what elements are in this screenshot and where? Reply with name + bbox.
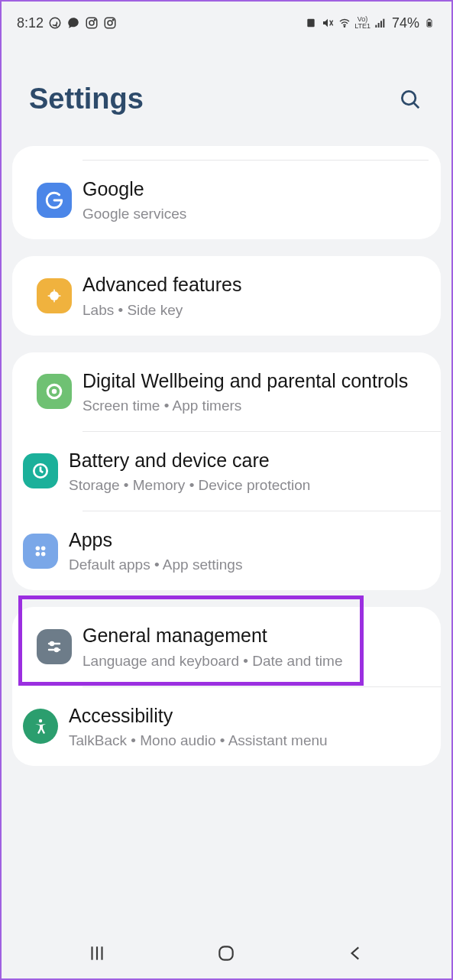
item-subtitle: Labs • Side key [83, 302, 425, 319]
card-icon [304, 16, 318, 30]
search-button[interactable] [396, 86, 424, 113]
item-title: Advanced features [83, 273, 425, 297]
svg-point-10 [344, 26, 345, 27]
item-subtitle: Screen time • App timers [83, 398, 425, 414]
svg-point-31 [55, 648, 58, 651]
svg-point-3 [94, 19, 95, 21]
settings-item-battery-device-care[interactable]: Battery and device care Storage • Memory… [83, 431, 441, 511]
svg-rect-7 [307, 19, 314, 28]
settings-item-advanced-features[interactable]: Advanced features Labs • Side key [12, 256, 441, 335]
svg-line-19 [413, 102, 419, 108]
svg-point-26 [36, 552, 40, 557]
battery-care-icon [23, 453, 58, 488]
instagram-icon-2 [103, 16, 117, 30]
instagram-icon [85, 16, 99, 30]
wellbeing-icon [37, 374, 72, 409]
settings-group-2: Advanced features Labs • Side key [12, 256, 441, 335]
svg-rect-16 [429, 19, 431, 21]
item-title: Google [83, 177, 425, 201]
settings-item-general-management[interactable]: General management Language and keyboard… [12, 607, 441, 686]
settings-group-4: General management Language and keyboard… [12, 607, 441, 766]
svg-rect-13 [380, 21, 382, 28]
item-title: Digital Wellbeing and parental controls [83, 369, 425, 393]
settings-item-apps[interactable]: Apps Default apps • App settings [83, 511, 441, 590]
svg-point-25 [41, 546, 45, 550]
svg-point-27 [41, 552, 45, 557]
item-title: General management [83, 624, 425, 647]
svg-rect-36 [220, 946, 233, 959]
svg-point-5 [108, 21, 112, 25]
accessibility-icon [23, 709, 58, 744]
advanced-icon [37, 278, 72, 313]
item-subtitle: Default apps • App settings [69, 557, 425, 573]
mute-icon [321, 16, 335, 30]
svg-point-29 [50, 642, 53, 645]
svg-point-0 [50, 18, 60, 28]
home-icon [216, 943, 236, 963]
svg-point-22 [52, 389, 57, 394]
recents-icon [87, 943, 107, 963]
chat-icon [66, 16, 80, 30]
settings-item-accessibility[interactable]: Accessibility TalkBack • Mono audio • As… [83, 686, 441, 766]
signal-icon [374, 16, 387, 30]
settings-item-google[interactable]: Google Google services [12, 161, 441, 239]
svg-rect-11 [375, 25, 377, 28]
item-title: Accessibility [69, 704, 425, 728]
volte-icon: Vo)LTE1 [354, 16, 370, 30]
page-title: Settings [29, 83, 144, 115]
svg-point-24 [36, 546, 40, 550]
nav-recents-button[interactable] [82, 938, 112, 969]
nav-back-button[interactable] [341, 938, 371, 969]
status-bar: 8:12 Vo)LTE1 74% [2, 2, 451, 44]
battery-icon [422, 16, 436, 30]
apps-icon [23, 534, 58, 569]
svg-point-20 [50, 291, 59, 300]
status-left: 8:12 [17, 15, 117, 31]
item-subtitle: Language and keyboard • Date and time [83, 653, 425, 670]
item-title: Apps [69, 528, 425, 552]
status-time: 8:12 [17, 15, 44, 31]
whatsapp-icon [48, 16, 62, 30]
nav-home-button[interactable] [211, 938, 241, 969]
general-icon [37, 629, 72, 664]
item-subtitle: Google services [83, 206, 425, 222]
settings-item-digital-wellbeing[interactable]: Digital Wellbeing and parental controls … [12, 352, 441, 431]
item-subtitle: TalkBack • Mono audio • Assistant menu [69, 732, 425, 749]
settings-group-3: Digital Wellbeing and parental controls … [12, 352, 441, 591]
item-subtitle: Storage • Memory • Device protection [69, 477, 425, 494]
search-icon [399, 88, 422, 111]
status-right: Vo)LTE1 74% [304, 15, 436, 31]
back-icon [346, 943, 366, 963]
navigation-bar [2, 928, 451, 978]
battery-percent: 74% [392, 15, 419, 31]
svg-point-2 [89, 21, 94, 25]
svg-point-18 [402, 91, 416, 105]
svg-point-32 [39, 719, 42, 722]
header: Settings [2, 44, 451, 146]
svg-rect-14 [383, 19, 384, 28]
wifi-icon [338, 16, 351, 30]
item-title: Battery and device care [69, 449, 425, 472]
svg-point-6 [112, 19, 114, 21]
google-icon [37, 183, 72, 218]
settings-group-1: Google Google services [12, 146, 441, 239]
svg-rect-12 [378, 23, 380, 28]
svg-rect-17 [428, 22, 431, 27]
